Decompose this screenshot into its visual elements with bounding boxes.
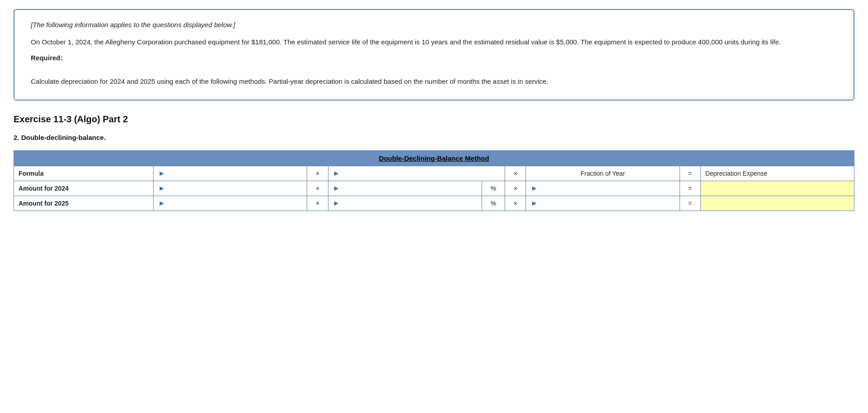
italic-line: [The following information applies to th… <box>31 21 837 29</box>
formula-fraction-label: Fraction of Year <box>526 166 680 181</box>
row-2025-input1[interactable] <box>167 199 302 208</box>
row-2024-result-input[interactable] <box>705 184 849 193</box>
formula-input2-cell[interactable]: ► <box>328 166 505 181</box>
row-2025-fraction-cell[interactable]: ► <box>526 196 680 211</box>
row-2024-arrow2: ► <box>333 184 340 192</box>
row-2024-fraction-input[interactable] <box>540 184 675 193</box>
ddb-table: Double-Declining-Balance Method Formula … <box>14 150 854 211</box>
table-title-cell: Double-Declining-Balance Method <box>14 151 854 166</box>
row-2024-equals: = <box>680 181 700 196</box>
row-2024-input2-cell[interactable]: ► <box>328 181 482 196</box>
row-2024-multiply2: × <box>505 181 526 196</box>
row-2025-input2[interactable] <box>342 199 477 208</box>
formula-input1-cell[interactable]: ► <box>154 166 307 181</box>
formula-multiply1: × <box>307 166 328 181</box>
formula-row-label: Formula <box>14 166 154 181</box>
table-header-row: Double-Declining-Balance Method <box>14 151 854 166</box>
row-2025-input2-cell[interactable]: ► <box>328 196 482 211</box>
row-2025-fraction-arrow: ► <box>530 199 538 207</box>
table-wrapper: Double-Declining-Balance Method Formula … <box>14 150 854 211</box>
row-2024-label: Amount for 2024 <box>14 181 154 196</box>
row-2025-arrow2: ► <box>333 199 340 207</box>
row-2024-fraction-cell[interactable]: ► <box>526 181 680 196</box>
formula-arrow1: ► <box>158 169 165 178</box>
formula-input2[interactable] <box>342 169 500 178</box>
exercise-header: Exercise 11-3 (Algo) Part 2 <box>14 114 854 125</box>
row-2024-input1[interactable] <box>167 184 302 193</box>
info-box: [The following information applies to th… <box>14 9 854 101</box>
row-2024-multiply1: × <box>307 181 328 196</box>
row-2025-equals: = <box>680 196 700 211</box>
row-2024-result-cell[interactable] <box>700 181 854 196</box>
table-row-2024: Amount for 2024 ► × ► <box>14 181 854 196</box>
calc-text: Calculate depreciation for 2024 and 2025… <box>31 76 837 87</box>
main-text: On October 1, 2024, the Allegheny Corpor… <box>31 37 837 48</box>
row-2025-result-cell[interactable] <box>700 196 854 211</box>
row-2025-label: Amount for 2025 <box>14 196 154 211</box>
row-2024-fraction-arrow: ► <box>530 184 538 192</box>
table-row-formula: Formula ► × ► <box>14 166 854 181</box>
formula-depreciation-label: Depreciation Expense <box>700 166 854 181</box>
formula-multiply2: × <box>505 166 526 181</box>
row-2024-input1-cell[interactable]: ► <box>154 181 307 196</box>
formula-equals: = <box>680 166 700 181</box>
row-2025-multiply1: × <box>307 196 328 211</box>
question-label: 2. Double-declining-balance. <box>14 134 854 141</box>
formula-input1[interactable] <box>167 169 302 178</box>
row-2025-multiply2: × <box>505 196 526 211</box>
required-label: Required: <box>31 54 837 62</box>
formula-arrow2: ► <box>333 169 340 178</box>
row-2024-input2[interactable] <box>342 184 477 193</box>
row-2025-arrow1: ► <box>158 199 165 207</box>
table-title: Double-Declining-Balance Method <box>379 154 489 162</box>
row-2025-fraction-input[interactable] <box>540 199 675 208</box>
page-container: [The following information applies to th… <box>0 9 868 211</box>
row-2025-result-input[interactable] <box>705 199 849 208</box>
row-2025-input1-cell[interactable]: ► <box>154 196 307 211</box>
row-2024-arrow1: ► <box>158 184 165 192</box>
row-2024-percent: % <box>482 181 505 196</box>
table-row-2025: Amount for 2025 ► × ► <box>14 196 854 211</box>
row-2025-percent: % <box>482 196 505 211</box>
